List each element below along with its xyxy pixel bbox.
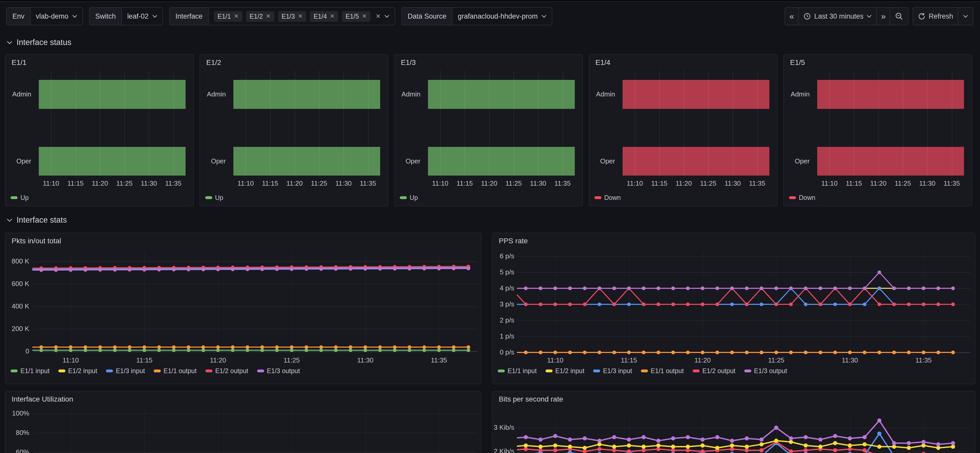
panel-title[interactable]: E1/1 (12, 59, 27, 67)
time-range-picker[interactable]: Last 30 minutes (798, 8, 877, 25)
remove-chip-icon[interactable]: ✕ (330, 13, 335, 19)
legend-item-e1-3-input[interactable]: E1/3 input (106, 367, 145, 375)
panel-title[interactable]: E1/3 (401, 59, 416, 67)
legend-item-e1-1-output[interactable]: E1/1 output (641, 367, 684, 375)
chart-canvas[interactable] (5, 391, 482, 453)
legend-item-e1-1-output[interactable]: E1/1 output (154, 367, 197, 375)
panel-title[interactable]: E1/5 (790, 59, 805, 67)
legend-item-e1-2-output[interactable]: E1/2 output (693, 367, 735, 375)
interface-chip[interactable]: E1/4✕ (310, 11, 338, 22)
gridline (708, 70, 709, 176)
data-point (833, 448, 837, 452)
status-panel-e1-2: E1/2AdminOper11:1011:1511:2011:2511:3011… (199, 54, 388, 206)
datasource-filter[interactable]: Data Source grafanacloud-hhdev-prom (401, 7, 552, 26)
data-point (467, 345, 470, 349)
chart-canvas[interactable] (493, 391, 976, 453)
legend[interactable]: Up (11, 194, 29, 201)
gridline (368, 70, 369, 176)
data-point (730, 443, 734, 448)
interface-chip[interactable]: E1/3✕ (278, 11, 307, 22)
remove-chip-icon[interactable]: ✕ (362, 13, 367, 19)
data-point (583, 351, 587, 354)
data-point (509, 448, 513, 452)
refresh-button[interactable]: Refresh (913, 8, 958, 25)
data-point (423, 349, 426, 352)
legend-swatch (106, 370, 113, 372)
legend-item-e1-1-input[interactable]: E1/1 input (498, 367, 537, 375)
legend-item-e1-2-input[interactable]: E1/2 input (59, 367, 97, 375)
data-point (951, 445, 955, 449)
admin-state-bar (428, 80, 575, 109)
env-filter-value[interactable]: vlab-demo (31, 8, 83, 25)
data-point (834, 287, 837, 290)
data-point (878, 303, 881, 306)
legend[interactable]: Down (594, 194, 621, 201)
legend[interactable]: E1/1 inputE1/2 inputE1/3 inputE1/1 outpu… (498, 367, 787, 375)
legend-item-e1-1-input[interactable]: E1/1 input (11, 367, 49, 375)
switch-filter-value[interactable]: leaf-02 (122, 8, 162, 25)
legend-item-e1-2-output[interactable]: E1/2 output (205, 367, 248, 375)
legend-item-e1-3-output[interactable]: E1/3 output (744, 367, 787, 375)
time-shift-back-button[interactable]: « (785, 8, 798, 25)
data-point (128, 345, 132, 349)
data-point (951, 303, 955, 306)
legend[interactable]: Up (205, 194, 223, 201)
data-point (922, 303, 926, 306)
interface-chip[interactable]: E1/5✕ (342, 11, 370, 22)
refresh-interval-dropdown[interactable] (958, 8, 973, 25)
legend-swatch (154, 370, 161, 372)
data-point (553, 443, 557, 448)
time-tick: 11:15 (645, 179, 673, 187)
interface-filter-value[interactable]: E1/1✕ E1/2✕ E1/3✕ E1/4✕ E1/5✕ ✕ (209, 8, 395, 25)
legend-label: E1/2 output (215, 367, 248, 375)
legend-item-e1-3-output[interactable]: E1/3 output (257, 367, 300, 375)
chart-canvas[interactable] (5, 233, 482, 385)
data-point (553, 434, 557, 438)
data-point (290, 349, 294, 352)
remove-chip-icon[interactable]: ✕ (234, 13, 239, 19)
legend[interactable]: Down (789, 194, 815, 201)
window-top-edge (0, 0, 980, 2)
data-point (760, 351, 764, 354)
oper-state-bar (622, 147, 769, 175)
data-point (128, 349, 132, 352)
interface-filter[interactable]: Interface E1/1✕ E1/2✕ E1/3✕ E1/4✕ E1/5✕ … (169, 7, 395, 26)
data-point (99, 345, 102, 349)
time-tick: 11:30 (135, 179, 163, 187)
legend[interactable]: E1/1 inputE1/2 inputE1/3 inputE1/1 outpu… (11, 367, 300, 375)
clear-all-icon[interactable]: ✕ (375, 13, 381, 20)
legend-item[interactable]: Down (789, 194, 815, 201)
legend[interactable]: Up (400, 194, 418, 201)
legend-item-e1-2-input[interactable]: E1/2 input (546, 367, 585, 375)
legend-item[interactable]: Down (594, 194, 621, 201)
panel-title[interactable]: E1/4 (595, 59, 611, 67)
legend-label: E1/1 input (508, 367, 537, 375)
data-point (261, 345, 264, 349)
data-point (936, 446, 940, 450)
datasource-filter-value[interactable]: grafanacloud-hhdev-prom (452, 8, 552, 25)
interface-chip[interactable]: E1/2✕ (246, 11, 274, 22)
data-point (730, 303, 734, 306)
section-interface-status[interactable]: Interface status (7, 38, 71, 47)
data-point (158, 349, 161, 352)
section-interface-stats[interactable]: Interface stats (7, 215, 67, 225)
zoom-out-button[interactable] (890, 8, 908, 25)
legend-item[interactable]: Up (11, 194, 29, 201)
chart-canvas[interactable] (493, 233, 976, 385)
row-label-admin: Admin (784, 90, 810, 98)
gridline (51, 70, 51, 176)
remove-chip-icon[interactable]: ✕ (266, 13, 270, 19)
time-shift-forward-button[interactable]: » (877, 8, 890, 25)
legend-item[interactable]: Up (205, 194, 223, 201)
interface-chip[interactable]: E1/1✕ (214, 11, 242, 22)
data-point (583, 303, 587, 306)
legend-item[interactable]: Up (400, 194, 418, 201)
switch-selected: leaf-02 (127, 13, 149, 21)
panel-title[interactable]: E1/2 (206, 59, 221, 67)
legend-item-e1-3-input[interactable]: E1/3 input (593, 367, 632, 375)
switch-filter[interactable]: Switch leaf-02 (89, 7, 163, 26)
data-point (554, 287, 557, 290)
env-filter[interactable]: Env vlab-demo (6, 7, 83, 26)
data-point (69, 349, 73, 352)
remove-chip-icon[interactable]: ✕ (298, 13, 302, 19)
